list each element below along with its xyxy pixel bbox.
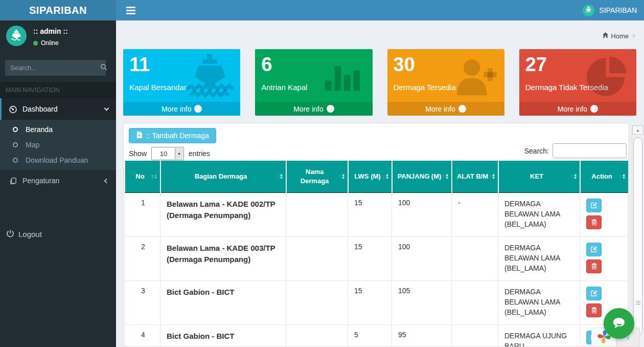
cell-alat-bm	[452, 324, 498, 347]
table-row: 2 Belawan Lama - KADE 003/TP (Dermaga Pe…	[125, 236, 628, 280]
circle-o-icon	[11, 158, 19, 163]
more-info-link[interactable]: More info →	[387, 102, 504, 116]
column-header-panjang[interactable]: PANJANG (M) ↑▲▼	[392, 161, 452, 192]
user-status: Online	[33, 39, 68, 47]
search-icon[interactable]	[100, 63, 107, 73]
infobox-dermaga-tidak-tersedia: 27 Dermaga Tidak Tersedia More info →	[519, 49, 636, 116]
table-body: 1 Belawan Lama - KADE 002/TP (Dermaga Pe…	[125, 192, 628, 347]
cell-lws: 15	[348, 280, 392, 324]
cell-alat-bm	[452, 280, 498, 324]
circle-o-icon	[11, 127, 19, 132]
cell-lws: 15	[348, 192, 392, 236]
scrollbar-up-arrow[interactable]: ▲	[632, 125, 643, 135]
more-info-label: More info	[293, 105, 323, 113]
sidebar-search-input[interactable]	[10, 64, 100, 72]
page-length-select[interactable]: 10 ▼	[151, 147, 184, 160]
show-label: Show	[129, 149, 147, 158]
cell-alat-bm: -	[452, 192, 498, 236]
sidebar-item-logout[interactable]: Logout	[0, 225, 116, 243]
page-length-value: 10	[160, 150, 167, 158]
scrollbar-thumb[interactable]	[633, 137, 642, 336]
cell-bagian-dermaga: Belawan Lama - KADE 002/TP (Dermaga Penu…	[160, 192, 286, 236]
navbar: SIPARIBAN	[116, 0, 644, 20]
cell-bagian-dermaga: Bict Gabion - BICT	[160, 324, 286, 347]
column-header-bagian-dermaga[interactable]: Bagian Dermaga ↑▲▼	[160, 161, 286, 192]
more-info-link[interactable]: More info →	[519, 102, 636, 116]
table-length-control: Show 10 ▼ entries	[129, 147, 210, 160]
column-header-ket[interactable]: KET ↑▲▼	[498, 161, 580, 192]
edit-button[interactable]	[586, 287, 602, 300]
more-info-link[interactable]: More info →	[123, 102, 240, 116]
more-info-label: More info	[558, 105, 587, 113]
column-header-action[interactable]: Action ↑▲▼	[580, 161, 628, 192]
sort-icon: ↑▲▼	[570, 173, 578, 180]
cell-ket: DERMAGA BELAWAN LAMA (BEL_LAMA)	[498, 192, 580, 236]
chat-widget-button[interactable]	[604, 308, 634, 339]
nav-section-label: MAIN NAVIGATION	[0, 82, 116, 98]
sidebar-search	[5, 60, 106, 76]
cell-no: 4	[125, 324, 160, 347]
navbar-user-label: SIPARIBAN	[599, 6, 637, 14]
select-caret-icon: ▼	[175, 148, 183, 159]
column-header-alat-bm[interactable]: ALAT B/M ↑▲▼	[452, 161, 498, 192]
cell-ket: DERMAGA BELAWAN LAMA (BEL_LAMA)	[498, 236, 580, 280]
cell-ket: DERMAGA BELAWAN LAMA (BEL_LAMA)	[498, 280, 580, 324]
delete-button[interactable]	[586, 215, 602, 229]
cell-nama-dermaga	[286, 324, 348, 347]
page-scrollbar[interactable]: ▲	[632, 125, 643, 347]
edit-button[interactable]	[586, 199, 602, 212]
breadcrumb: Home >	[602, 32, 635, 40]
app-screen: SIPARIBAN :: admin :: Online	[0, 0, 644, 347]
edit-button[interactable]	[586, 243, 602, 256]
table-row: 3 Bict Gabion - BICT 15 105 DERMAGA BELA…	[125, 280, 628, 324]
ship-icon	[185, 53, 235, 101]
sidebar-item-beranda[interactable]: Beranda	[0, 122, 116, 137]
table-search-control: Search:	[524, 143, 627, 158]
file-add-icon	[136, 131, 143, 140]
more-info-link[interactable]: More info →	[255, 102, 372, 116]
cell-panjang: 95	[392, 324, 452, 347]
more-info-label: More info	[162, 105, 191, 113]
sidebar-item-pengaturan[interactable]: Pengaturan	[0, 170, 116, 191]
navbar-user-menu[interactable]: SIPARIBAN	[583, 0, 637, 20]
sidebar-toggle-button[interactable]	[122, 0, 144, 20]
table-search-input[interactable]	[553, 143, 627, 158]
column-header-nama-dermaga[interactable]: Nama Dermaga ↑▲▼	[286, 161, 348, 192]
delete-button[interactable]	[586, 303, 602, 317]
sort-icon: ↑▲▼	[619, 173, 626, 180]
user-panel: :: admin :: Online	[6, 26, 111, 47]
table-row: 1 Belawan Lama - KADE 002/TP (Dermaga Pe…	[125, 192, 628, 236]
cell-action	[580, 192, 628, 236]
cell-bagian-dermaga: Belawan Lama - KADE 003/TP (Dermaga Penu…	[160, 236, 286, 280]
infobox-body: 11 Kapal Bersandar	[123, 49, 240, 102]
cell-alat-bm	[452, 236, 498, 280]
sidebar-item-dashboard[interactable]: Dashboard	[0, 98, 116, 120]
sidebar-item-download-panduan[interactable]: Download Panduan	[0, 153, 116, 168]
breadcrumb-separator: >	[632, 32, 635, 39]
scrollbar-grip	[636, 301, 640, 305]
user-info: :: admin :: Online	[33, 26, 68, 47]
cell-panjang: 100	[392, 192, 452, 236]
cell-no: 2	[125, 236, 160, 280]
chevron-left-icon	[104, 178, 109, 183]
dermaga-table: No ↑▲▼ Bagian Dermaga ↑▲▼ Nama Dermaga ↑…	[125, 161, 628, 347]
sort-icon: ↑▲▼	[277, 173, 284, 180]
content-area: Home > 11 Kapal Bersandar	[116, 20, 644, 347]
sidebar-item-map[interactable]: Map	[0, 137, 116, 153]
sidebar-item-label: Beranda	[26, 125, 53, 134]
chevron-down-icon	[104, 105, 109, 111]
sort-icon: ↑▲▼	[382, 173, 389, 180]
cell-panjang: 100	[392, 236, 452, 280]
tambah-dermaga-button[interactable]: :: Tambah Dermaga	[129, 128, 216, 143]
table-search-label: Search:	[524, 147, 549, 155]
column-header-no[interactable]: No ↑▲▼	[125, 161, 160, 192]
column-header-lws[interactable]: LWS (M) ↑▲▼	[348, 161, 392, 192]
breadcrumb-home-link[interactable]: Home	[602, 32, 629, 40]
user-plus-icon	[452, 56, 497, 100]
sidebar-logo[interactable]: SIPARIBAN	[0, 0, 116, 20]
sidebar-menu: Dashboard Beranda Map Download Panduan	[0, 98, 116, 191]
delete-button[interactable]	[586, 259, 602, 273]
cell-nama-dermaga	[286, 192, 348, 236]
home-icon	[602, 32, 609, 40]
online-dot-icon	[33, 41, 38, 46]
